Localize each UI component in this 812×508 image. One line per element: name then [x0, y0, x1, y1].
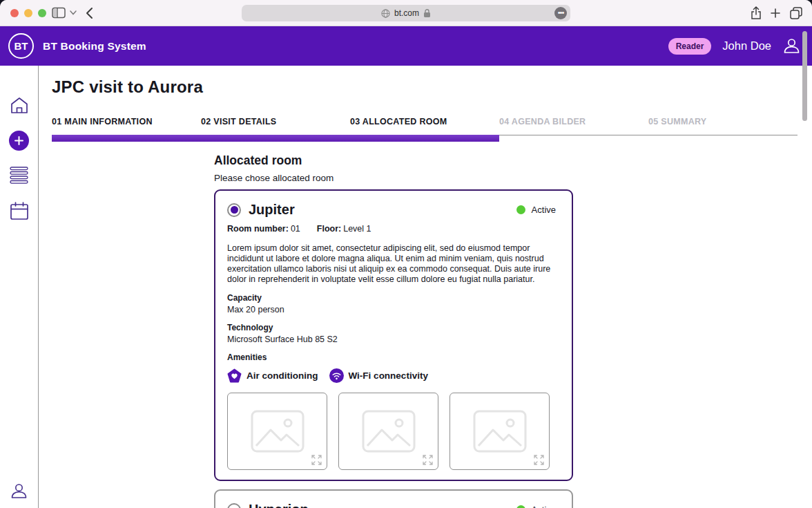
- room-images: [227, 393, 560, 470]
- share-icon[interactable]: [751, 6, 762, 20]
- role-badge: Reader: [668, 38, 712, 55]
- user-avatar-icon[interactable]: [782, 37, 801, 55]
- room-name: Hyperion: [249, 502, 309, 508]
- expand-icon[interactable]: [423, 455, 433, 465]
- wizard-stepper: 01 MAIN INFORMATION 02 VISIT DETAILS 03 …: [52, 117, 798, 126]
- step-main-information[interactable]: 01 MAIN INFORMATION: [52, 117, 201, 126]
- left-nav: [0, 66, 39, 508]
- bt-logo: BT: [8, 33, 34, 59]
- url-text: bt.com: [394, 8, 419, 18]
- section-subtitle: Please chose allocated room: [214, 173, 334, 183]
- image-icon: [473, 410, 527, 453]
- room-image-placeholder[interactable]: [227, 393, 327, 470]
- room-number: Room number:01: [227, 224, 300, 234]
- nav-home-icon[interactable]: [0, 96, 38, 115]
- page-title: JPC visit to Aurora: [52, 77, 203, 97]
- reader-options-icon[interactable]: •••: [554, 7, 567, 19]
- close-window-button[interactable]: [10, 9, 19, 17]
- user-name: John Doe: [722, 39, 771, 53]
- room-radio-selected[interactable]: [227, 203, 241, 217]
- room-description: Lorem ipsum dolor sit amet, consectetur …: [227, 243, 552, 285]
- chevron-down-icon[interactable]: [70, 10, 77, 15]
- nav-profile-icon[interactable]: [0, 482, 38, 500]
- technology-value: Microsoft Surface Hub 85 S2: [227, 335, 560, 344]
- browser-window: bt.com ••• BT BT Booking System Reader J…: [0, 0, 812, 508]
- tab-overview-icon[interactable]: [790, 7, 802, 19]
- amenities-label: Amenities: [227, 352, 560, 362]
- room-floor: Floor:Level 1: [317, 224, 371, 234]
- maximize-window-button[interactable]: [38, 9, 46, 17]
- amenity-air-conditioning: Air conditioning: [227, 368, 318, 383]
- wifi-icon: [329, 368, 344, 383]
- globe-icon: [381, 9, 390, 18]
- room-card-hyperion[interactable]: Hyperion Active: [214, 489, 573, 508]
- active-status-dot: [516, 505, 525, 508]
- step-visit-details[interactable]: 02 VISIT DETAILS: [201, 117, 350, 126]
- amenity-wifi: Wi-Fi connectivity: [329, 368, 428, 383]
- step-allocated-room[interactable]: 03 ALLOCATED ROOM: [350, 117, 499, 126]
- page-scrollbar[interactable]: [802, 31, 807, 121]
- minimize-window-button[interactable]: [24, 9, 32, 17]
- capacity-label: Capacity: [227, 293, 560, 303]
- new-tab-icon[interactable]: [771, 8, 780, 18]
- room-image-placeholder[interactable]: [338, 393, 438, 470]
- progress-fill: [52, 135, 499, 142]
- capacity-value: Max 20 person: [227, 305, 560, 314]
- window-controls: [10, 9, 46, 17]
- section-title: Allocated room: [214, 153, 302, 168]
- technology-label: Technology: [227, 323, 560, 332]
- back-button[interactable]: [86, 7, 93, 19]
- sidebar-toggle-icon[interactable]: [52, 7, 66, 19]
- air-conditioning-icon: [227, 368, 242, 383]
- progress-bar: [52, 135, 798, 142]
- browser-toolbar: bt.com •••: [0, 0, 812, 26]
- expand-icon[interactable]: [311, 455, 322, 465]
- nav-list-icon[interactable]: [0, 167, 38, 185]
- step-summary: 05 SUMMARY: [648, 117, 798, 126]
- room-radio-unselected[interactable]: [227, 503, 241, 508]
- room-card-jupiter[interactable]: Jupiter Active Room number:01 Floor:Leve…: [214, 189, 573, 481]
- active-status-dot: [516, 205, 525, 214]
- nav-calendar-icon[interactable]: [0, 201, 38, 220]
- status-badge: Active: [516, 505, 556, 508]
- app-title: BT Booking System: [43, 40, 146, 53]
- image-icon: [251, 410, 304, 453]
- nav-add-button[interactable]: [0, 131, 38, 151]
- step-agenda-bilder: 04 AGENDA BILDER: [499, 117, 648, 126]
- room-name: Jupiter: [249, 202, 295, 218]
- main-content: JPC visit to Aurora 01 MAIN INFORMATION …: [39, 66, 812, 508]
- room-image-placeholder[interactable]: [450, 393, 550, 470]
- app-header: BT BT Booking System Reader John Doe: [0, 26, 812, 66]
- lock-icon: [423, 8, 431, 18]
- address-bar[interactable]: bt.com •••: [242, 5, 570, 21]
- image-icon: [362, 410, 416, 453]
- expand-icon[interactable]: [534, 455, 544, 465]
- status-badge: Active: [516, 205, 556, 215]
